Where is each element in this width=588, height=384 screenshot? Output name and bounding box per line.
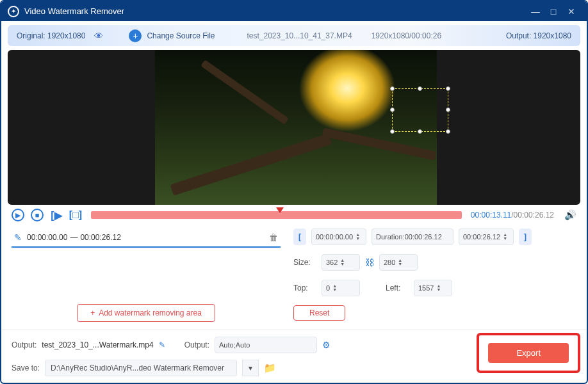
size-label: Size: <box>293 258 316 267</box>
spin-down-icon[interactable]: ▼ <box>340 262 347 266</box>
range-end-bracket-icon[interactable]: ] <box>519 228 532 245</box>
spin-down-icon[interactable]: ▼ <box>503 237 509 241</box>
output-resolution: Output: 1920x1080 <box>506 31 571 40</box>
plus-icon: + <box>90 308 95 317</box>
source-filename: test_2023_10...10_41_37.MP4 <box>247 31 352 40</box>
playback-bar: ▶ ■ [▶ [□] 00:00:13.11/00:00:26.12 🔊 <box>1 205 587 222</box>
preview-toggle-icon[interactable]: 👁 <box>94 31 103 41</box>
add-area-button[interactable]: + Add watermark removing area <box>77 304 215 322</box>
mark-out-button[interactable]: [□] <box>69 209 82 221</box>
stop-button[interactable]: ■ <box>31 209 44 221</box>
export-button[interactable]: Export <box>488 343 569 363</box>
timecode: 00:00:13.11/00:00:26.12 <box>471 211 554 220</box>
segment-row[interactable]: ✎ 00:00:00.00 — 00:00:26.12 🗑 <box>12 228 281 248</box>
spin-down-icon[interactable]: ▼ <box>436 288 443 292</box>
volume-icon[interactable]: 🔊 <box>564 209 576 221</box>
top-input[interactable]: 0▲▼ <box>322 280 360 296</box>
export-highlight: Export <box>477 333 580 373</box>
left-label: Left: <box>386 284 409 292</box>
maximize-button[interactable]: □ <box>544 6 562 17</box>
segments-panel: ✎ 00:00:00.00 — 00:00:26.12 🗑 + Add wate… <box>12 228 281 330</box>
titlebar: ✦ Video Watermark Remover — □ ✕ <box>1 1 587 21</box>
bottom-bar: Output: test_2023_10_...Watermark.mp4 ✎ … <box>1 330 587 383</box>
edit-filename-icon[interactable]: ✎ <box>159 340 165 349</box>
timeline-scrubber[interactable] <box>91 211 462 219</box>
spin-down-icon[interactable]: ▼ <box>332 288 339 292</box>
reset-button[interactable]: Reset <box>293 305 345 321</box>
close-button[interactable]: ✕ <box>562 6 580 17</box>
save-path-input[interactable]: D:\AnyRec Studio\AnyR...deo Watermark Re… <box>45 360 237 376</box>
range-start-bracket-icon[interactable]: [ <box>293 228 306 245</box>
save-path-dropdown[interactable]: ▾ <box>242 360 259 376</box>
playhead-icon[interactable] <box>276 207 284 213</box>
left-input[interactable]: 1557▲▼ <box>414 280 452 296</box>
delete-segment-icon[interactable]: 🗑 <box>269 232 278 243</box>
mark-in-button[interactable]: [▶ <box>50 209 63 221</box>
width-input[interactable]: 362▲▼ <box>322 254 360 271</box>
range-start-input[interactable]: 00:00:00.00▲▼ <box>311 228 366 245</box>
spin-down-icon[interactable]: ▼ <box>398 262 404 266</box>
top-label: Top: <box>293 284 316 292</box>
source-duration: 1920x1080/00:00:26 <box>372 31 441 40</box>
height-input[interactable]: 280▲▼ <box>379 254 418 271</box>
output-filename: test_2023_10_...Watermark.mp4 <box>42 340 153 349</box>
properties-panel: [ 00:00:00.00▲▼ Duration:00:00:26.12 00:… <box>293 228 576 330</box>
segment-start: 00:00:00.00 <box>27 233 67 242</box>
minimize-button[interactable]: — <box>527 6 544 17</box>
play-button[interactable]: ▶ <box>12 209 24 221</box>
open-folder-icon[interactable]: 📁 <box>264 362 276 374</box>
original-resolution: Original: 1920x1080 <box>17 31 85 40</box>
save-to-label: Save to: <box>12 364 40 372</box>
add-source-icon[interactable]: + <box>129 29 142 42</box>
output-format-label: Output: <box>184 340 209 349</box>
video-preview[interactable] <box>8 50 580 204</box>
output-format-select[interactable]: Auto;Auto <box>215 337 317 353</box>
segment-end: 00:00:26.12 <box>80 233 120 242</box>
change-source-button[interactable]: Change Source File <box>147 31 215 40</box>
tree-branch-decor <box>200 60 289 125</box>
watermark-selection-box[interactable] <box>392 88 448 132</box>
output-file-label: Output: <box>12 340 37 349</box>
magic-wand-icon: ✎ <box>14 232 22 243</box>
spin-down-icon[interactable]: ▼ <box>355 237 362 241</box>
segment-sep: — <box>70 233 78 242</box>
range-end-input[interactable]: 00:00:26.12▲▼ <box>459 228 514 245</box>
info-bar: Original: 1920x1080 👁 + Change Source Fi… <box>8 25 580 46</box>
output-settings-icon[interactable]: ⚙ <box>322 340 331 350</box>
range-duration-input[interactable]: Duration:00:00:26.12 <box>372 228 453 245</box>
tree-branch-decor <box>170 134 332 196</box>
aspect-link-icon[interactable]: ⛓ <box>365 257 374 268</box>
app-logo-icon: ✦ <box>8 6 19 17</box>
app-title: Video Watermark Remover <box>24 6 527 16</box>
